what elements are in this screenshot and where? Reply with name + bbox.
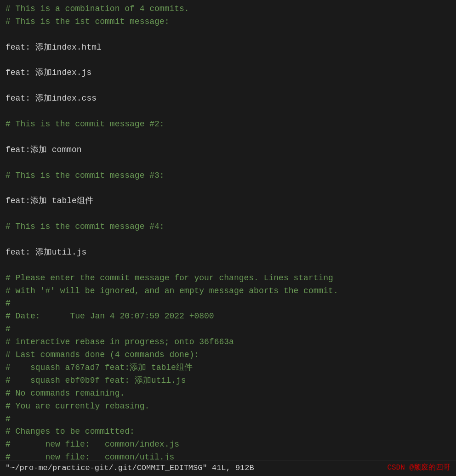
comment-line: # with '#' will be ignored, and an empty… <box>6 285 450 298</box>
empty-line <box>6 28 450 41</box>
normal-line: feat:添加 table组件 <box>6 195 450 208</box>
comment-line: # squash ebf0b9f feat: 添加util.js <box>6 374 450 387</box>
terminal-content: # This is a combination of 4 commits.# T… <box>6 3 450 464</box>
comment-line: # This is the commit message #3: <box>6 170 450 182</box>
empty-line <box>6 131 450 144</box>
empty-line <box>6 208 450 221</box>
comment-line: # <box>6 323 450 336</box>
empty-line <box>6 105 450 118</box>
comment-line: # No commands remaining. <box>6 387 450 400</box>
comment-line: # Date: Tue Jan 4 20:07:59 2022 +0800 <box>6 310 450 323</box>
normal-line: feat:添加 common <box>6 144 450 157</box>
comment-line: # This is the commit message #2: <box>6 118 450 131</box>
terminal-window: # This is a combination of 4 commits.# T… <box>0 0 456 476</box>
comment-line: # You are currently rebasing. <box>6 400 450 413</box>
comment-line: # This is the 1st commit message: <box>6 16 450 28</box>
normal-line: feat: 添加index.css <box>6 92 450 105</box>
normal-line: feat: 添加index.html <box>6 41 450 54</box>
comment-line: # Please enter the commit message for yo… <box>6 272 450 285</box>
comment-line: # <box>6 297 450 310</box>
status-bar: "~/pro-me/practice-git/.git/COMMIT_EDITM… <box>0 460 456 476</box>
empty-line <box>6 259 450 272</box>
normal-line: feat: 添加util.js <box>6 246 450 259</box>
comment-line: # This is the commit message #4: <box>6 221 450 233</box>
comment-line: # This is a combination of 4 commits. <box>6 3 450 16</box>
comment-line: # <box>6 413 450 426</box>
comment-line: # interactive rebase in progress; onto 3… <box>6 336 450 349</box>
normal-line: feat: 添加index.js <box>6 67 450 79</box>
empty-line <box>6 233 450 246</box>
empty-line <box>6 182 450 195</box>
status-right: CSDN @颓废的四哥 <box>387 462 450 474</box>
comment-line: # squash a767ad7 feat:添加 table组件 <box>6 362 450 374</box>
status-left: "~/pro-me/practice-git/.git/COMMIT_EDITM… <box>6 462 254 474</box>
comment-line: # Changes to be committed: <box>6 425 450 438</box>
empty-line <box>6 157 450 170</box>
comment-line: # Last commands done (4 commands done): <box>6 349 450 362</box>
comment-line: # new file: common/index.js <box>6 438 450 451</box>
empty-line <box>6 79 450 92</box>
empty-line <box>6 54 450 67</box>
